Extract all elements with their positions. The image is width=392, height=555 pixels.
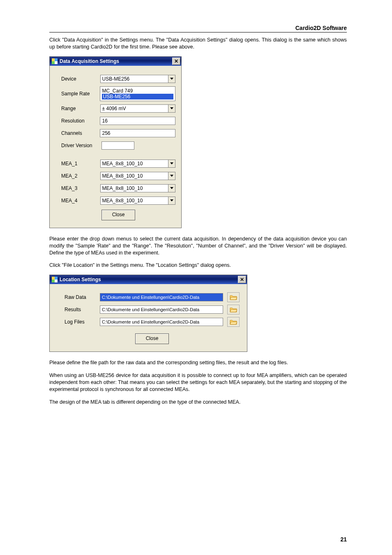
document-header: Cardio2D Software [49, 25, 347, 32]
channels-field[interactable]: 256 [100, 129, 175, 137]
resolution-label: Resolution [61, 118, 100, 124]
resolution-field[interactable]: 16 [100, 117, 175, 125]
browse-logs-button[interactable] [227, 317, 240, 327]
folder-open-icon [230, 319, 237, 325]
close-icon[interactable]: ✕ [238, 276, 246, 283]
sample-rate-option-2[interactable]: USB-ME256 [102, 94, 173, 99]
svg-rect-5 [55, 277, 58, 280]
folder-open-icon [230, 307, 237, 312]
paragraph-6: The design of the MEA tab is different d… [49, 399, 347, 406]
mea4-value: MEA_8x8_100_10 [101, 198, 168, 204]
log-files-label: Log Files [65, 319, 100, 325]
mea4-label: MEA_4 [61, 198, 100, 204]
channels-label: Channels [61, 130, 100, 136]
close-icon[interactable]: ✕ [172, 58, 180, 65]
browse-results-button[interactable] [227, 305, 240, 314]
paragraph-1: Click "Data Acquisition" in the Settings… [49, 37, 347, 51]
log-files-path-field[interactable]: C:\Dokumente und Einstellungen\Cardio2D-… [100, 318, 223, 326]
raw-data-label: Raw Data [65, 294, 100, 300]
chevron-down-icon[interactable] [168, 75, 175, 83]
results-label: Results [65, 307, 100, 312]
close-button[interactable]: Close [101, 210, 135, 220]
mea3-label: MEA_3 [61, 185, 100, 191]
browse-raw-button[interactable] [227, 292, 240, 302]
page-number: 21 [340, 536, 347, 543]
location-settings-dialog: Location Settings ✕ Raw Data C:\Dokument… [49, 275, 247, 352]
sample-rate-option-1[interactable]: MC_Card 749 [102, 88, 173, 94]
paragraph-2: Please enter the drop down menus to sele… [49, 236, 347, 257]
dialog-titlebar: Location Settings ✕ [50, 275, 247, 284]
app-icon [51, 58, 58, 65]
paragraph-5: When using an USB-ME256 device for data … [49, 372, 347, 393]
mea2-label: MEA_2 [61, 173, 100, 179]
mea3-value: MEA_8x8_100_10 [101, 185, 168, 191]
chevron-down-icon[interactable] [168, 160, 175, 167]
device-label: Device [61, 76, 100, 82]
mea2-combo[interactable]: MEA_8x8_100_10 [100, 172, 175, 180]
mea3-combo[interactable]: MEA_8x8_100_10 [100, 184, 175, 192]
chevron-down-icon[interactable] [168, 185, 175, 192]
paragraph-4: Please define the file path for the raw … [49, 359, 347, 366]
folder-open-icon [230, 294, 237, 300]
range-label: Range [61, 106, 100, 111]
chevron-down-icon[interactable] [168, 172, 175, 180]
range-value: ± 4096 mV [101, 106, 168, 111]
device-combo[interactable]: USB-ME256 [100, 75, 175, 83]
dialog-title: Data Acquisition Settings [60, 58, 172, 64]
raw-data-path-field[interactable]: C:\Dokumente und Einstellungen\Cardio2D-… [100, 293, 223, 301]
mea1-combo[interactable]: MEA_8x8_100_10 [100, 160, 175, 168]
mea2-value: MEA_8x8_100_10 [101, 173, 168, 179]
sample-rate-list[interactable]: MC_Card 749 USB-ME256 [100, 86, 175, 101]
svg-rect-3 [55, 61, 58, 64]
svg-rect-4 [52, 277, 55, 280]
results-path-field[interactable]: C:\Dokumente und Einstellungen\Cardio2D-… [100, 305, 223, 314]
paragraph-3: Click "File Location" in the Settings me… [49, 262, 347, 269]
close-button[interactable]: Close [135, 333, 169, 344]
range-combo[interactable]: ± 4096 mV [100, 104, 175, 113]
svg-rect-2 [52, 61, 55, 64]
mea1-label: MEA_1 [61, 161, 100, 166]
app-icon [51, 276, 58, 283]
svg-rect-1 [55, 58, 58, 61]
driver-version-label: Driver Version [61, 143, 101, 148]
svg-rect-0 [52, 58, 55, 61]
dialog-titlebar: Data Acquisition Settings ✕ [50, 57, 181, 66]
data-acquisition-dialog: Data Acquisition Settings ✕ Device USB-M… [49, 56, 182, 228]
svg-rect-7 [55, 280, 58, 282]
svg-rect-6 [52, 280, 55, 282]
mea1-value: MEA_8x8_100_10 [101, 161, 168, 166]
sample-rate-label: Sample Rate [61, 91, 100, 97]
mea4-combo[interactable]: MEA_8x8_100_10 [100, 197, 175, 205]
chevron-down-icon[interactable] [168, 105, 175, 112]
dialog-title: Location Settings [60, 277, 238, 282]
chevron-down-icon[interactable] [168, 197, 175, 204]
driver-version-field [101, 141, 134, 150]
device-value: USB-ME256 [101, 76, 168, 82]
